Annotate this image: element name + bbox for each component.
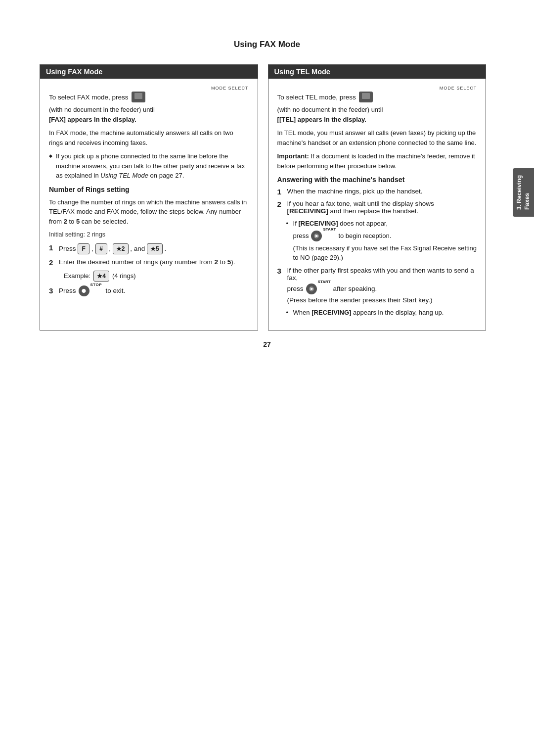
fax-select-line: To select FAX mode, press (49, 92, 249, 102)
example-key: ★4 (93, 271, 109, 282)
parenthetical-1: (This is necessary if you have set the F… (293, 243, 477, 263)
example-row: Example: ★4 (4 rings) (64, 271, 249, 282)
fax-mode-section: Using FAX Mode MODE SELECT To select FAX… (40, 64, 258, 331)
start-btn-container-1: START (311, 231, 322, 241)
tel-desc: In TEL mode, you must answer all calls (… (277, 128, 477, 147)
dot-item-receiving: If [RECEIVING] does not appear, press ST… (286, 219, 477, 263)
initial-setting: Initial setting: 2 rings (49, 230, 249, 239)
mode-select-label-tel: MODE SELECT (277, 86, 477, 91)
tel-feeder-text: (with no document in the feeder) until [… (277, 105, 477, 124)
mode-select-button-tel (359, 92, 373, 102)
tel-mode-section: Using TEL Mode MODE SELECT To select TEL… (268, 64, 487, 331)
mode-select-label-fax: MODE SELECT (49, 86, 249, 91)
mode-select-button-fax (132, 92, 145, 102)
rings-setting-title: Number of Rings setting (49, 186, 249, 193)
receiving-faxes-tab: 3. Receiving Faxes (513, 168, 534, 217)
tel-important: Important: If a document is loaded in th… (277, 151, 477, 171)
start-btn-container-2: START (306, 284, 317, 294)
key-2: ★2 (113, 243, 129, 254)
answering-title: Answering with the machine's handset (277, 176, 477, 184)
start-button-icon-2 (306, 284, 317, 294)
start-button-icon-1 (311, 231, 322, 241)
tel-select-line: To select TEL mode, press (277, 92, 477, 102)
key-f: F (78, 243, 89, 254)
step3-paren: (Press before the sender presses their S… (287, 296, 477, 304)
rings-desc: To change the number of rings on which t… (49, 197, 249, 227)
step3-tel: 3 If the other party first speaks with y… (277, 267, 477, 304)
key-hash: # (95, 243, 107, 254)
dot-item-receiving-2: When [RECEIVING] appears in the display,… (286, 308, 477, 318)
press-start-2: press START after speaking. (287, 284, 477, 294)
fax-auto-answer: In FAX mode, the machine automatically a… (49, 128, 249, 147)
tel-mode-header: Using TEL Mode (268, 65, 486, 79)
stop-button-container: ⬤ STOP (79, 285, 89, 296)
stop-button-icon: ⬤ (79, 285, 89, 296)
step2-fax: 2 Enter the desired number of rings (any… (49, 258, 249, 267)
fax-bullet1: If you pick up a phone connected to the … (49, 151, 249, 181)
step2-tel: 2 If you hear a fax tone, wait until the… (277, 200, 477, 215)
fax-feeder-text: (with no document in the feeder) until [… (49, 105, 249, 124)
press-start-1: press START to begin reception. (293, 231, 477, 241)
page-title: Using FAX Mode (40, 40, 494, 49)
step1-fax: 1 Press F , # , ★2 , and ★5 . (49, 243, 249, 254)
fax-mode-header: Using FAX Mode (40, 65, 258, 79)
step3-fax: 3 Press ⬤ STOP to exit. (49, 285, 249, 296)
key-5: ★5 (147, 243, 163, 254)
page-number: 27 (40, 340, 494, 348)
step1-tel: 1 When the machine rings, pick up the ha… (277, 188, 477, 196)
